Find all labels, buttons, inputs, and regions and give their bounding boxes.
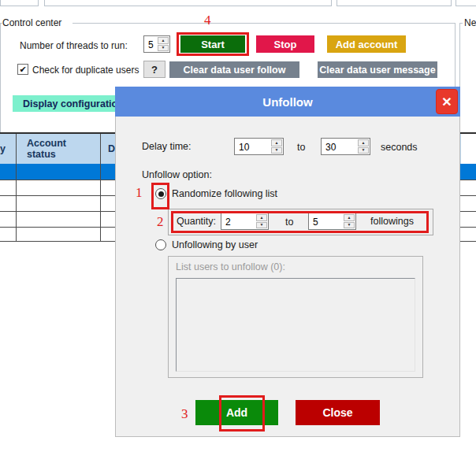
delay-from-spinner[interactable]: 10 ▲ ▼: [234, 138, 284, 155]
top-input-partial-2[interactable]: [44, 0, 332, 6]
close-x-glyph: ✕: [441, 94, 452, 109]
annotation-box-add: [219, 395, 265, 432]
close-button[interactable]: Close: [296, 400, 380, 425]
annotation-1: 1: [136, 185, 143, 201]
spinner-up-icon[interactable]: ▲: [158, 37, 169, 44]
annotation-box-start: [177, 32, 249, 56]
clear-data-user-follow-button[interactable]: Clear data user follow: [169, 61, 299, 78]
control-center-title: Control center: [2, 17, 61, 28]
right-group-title: Ne: [464, 17, 476, 28]
spinner-down-icon[interactable]: ▼: [158, 45, 169, 52]
threads-label: Number of threads to run:: [20, 40, 128, 51]
groupbox-line: [0, 23, 1, 132]
close-icon[interactable]: ✕: [436, 89, 458, 114]
groupbox-line: [459, 23, 460, 87]
unfollow-dialog: Unfollow ✕ Delay time: 10 ▲ ▼ to 30 ▲ ▼ …: [115, 87, 460, 437]
spinner-buttons: ▲ ▼: [157, 36, 169, 52]
groupbox-line: [459, 23, 463, 24]
table-header-account-status[interactable]: Account status: [16, 134, 100, 164]
delay-to-word: to: [297, 142, 305, 153]
threads-value: 5: [144, 36, 157, 52]
table-gridline: [16, 134, 17, 241]
top-input-partial-3[interactable]: [337, 0, 452, 6]
help-button[interactable]: ?: [143, 61, 165, 78]
annotation-2: 2: [157, 214, 164, 230]
spinner-buttons: ▲ ▼: [270, 139, 283, 154]
annotation-box-quantity: [171, 211, 429, 233]
spinner-buttons: ▲ ▼: [357, 139, 370, 154]
spinner-down-icon[interactable]: ▼: [271, 147, 282, 154]
table-header-empty: [461, 134, 476, 164]
list-users-textarea[interactable]: [176, 278, 415, 372]
groupbox-line: [455, 23, 456, 87]
list-users-label: List users to unfollow (0):: [176, 261, 285, 272]
spinner-down-icon[interactable]: ▼: [358, 147, 369, 154]
spinner-up-icon[interactable]: ▲: [271, 139, 282, 146]
annotation-3: 3: [181, 406, 188, 422]
stop-button[interactable]: Stop: [256, 35, 314, 53]
table-header-account-status-label: Account status: [27, 138, 90, 161]
groupbox-line: [73, 23, 456, 24]
unfollow-by-user-radio[interactable]: [155, 239, 166, 250]
delay-to-value: 30: [322, 139, 357, 154]
top-input-partial-4[interactable]: [456, 0, 476, 6]
seconds-label: seconds: [381, 142, 418, 153]
duplicate-users-checkbox[interactable]: ✔: [17, 64, 28, 75]
checkmark-icon: ✔: [19, 65, 26, 74]
dialog-titlebar[interactable]: Unfollow: [115, 87, 460, 117]
unfollow-by-user-radio-label[interactable]: Unfollowing by user: [172, 239, 258, 250]
threads-spinner[interactable]: 5 ▲ ▼: [143, 35, 170, 53]
delay-time-label: Delay time:: [142, 141, 192, 152]
annotation-4: 4: [204, 13, 211, 28]
table-gridline: [100, 134, 101, 241]
add-account-button[interactable]: Add account: [327, 35, 406, 53]
unfollow-option-label: Unfollow option:: [142, 169, 212, 180]
dialog-title: Unfollow: [262, 95, 312, 109]
table-header-partial-label: y: [0, 143, 6, 154]
delay-to-spinner[interactable]: 30 ▲ ▼: [321, 138, 370, 155]
spinner-up-icon[interactable]: ▲: [358, 139, 369, 146]
top-input-partial-1[interactable]: [0, 0, 39, 6]
randomize-radio-label[interactable]: Randomize following list: [172, 188, 277, 199]
duplicate-users-label: Check for duplicate users: [32, 65, 139, 76]
delay-from-value: 10: [235, 139, 270, 154]
table-header-partial[interactable]: y: [0, 134, 16, 164]
list-users-groupbox: List users to unfollow (0):: [168, 256, 423, 378]
clear-data-user-message-button[interactable]: Clear data user message: [318, 61, 437, 78]
annotation-box-radio: [151, 183, 169, 209]
